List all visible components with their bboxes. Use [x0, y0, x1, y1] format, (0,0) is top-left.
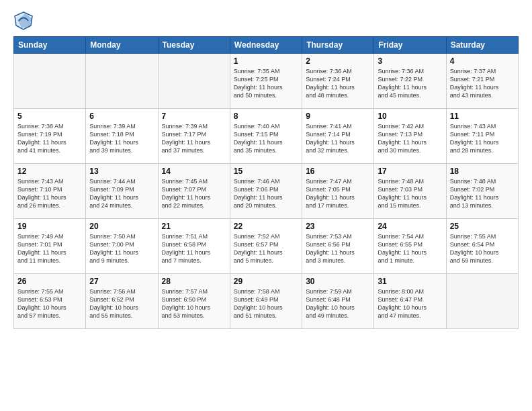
calendar-cell: [158, 54, 230, 109]
day-info: Sunrise: 7:49 AM Sunset: 7:01 PM Dayligh…: [17, 232, 82, 265]
day-info: Sunrise: 7:55 AM Sunset: 6:54 PM Dayligh…: [450, 232, 515, 265]
calendar-cell: 22Sunrise: 7:52 AM Sunset: 6:57 PM Dayli…: [230, 219, 302, 274]
day-info: Sunrise: 7:42 AM Sunset: 7:13 PM Dayligh…: [378, 122, 442, 155]
day-number: 11: [450, 111, 515, 121]
calendar-week-4: 19Sunrise: 7:49 AM Sunset: 7:01 PM Dayli…: [14, 219, 519, 274]
logo-icon: [13, 11, 34, 31]
calendar-cell: 18Sunrise: 7:48 AM Sunset: 7:02 PM Dayli…: [446, 164, 518, 219]
calendar-week-5: 26Sunrise: 7:55 AM Sunset: 6:53 PM Dayli…: [14, 274, 519, 329]
day-info: Sunrise: 7:41 AM Sunset: 7:14 PM Dayligh…: [306, 122, 370, 155]
day-info: Sunrise: 7:57 AM Sunset: 6:50 PM Dayligh…: [162, 287, 226, 320]
calendar-cell: 16Sunrise: 7:47 AM Sunset: 7:05 PM Dayli…: [302, 164, 374, 219]
day-number: 30: [306, 277, 370, 286]
calendar-cell: 10Sunrise: 7:42 AM Sunset: 7:13 PM Dayli…: [374, 109, 446, 164]
calendar-cell: [86, 54, 158, 109]
day-number: 5: [17, 111, 82, 121]
calendar-cell: 12Sunrise: 7:43 AM Sunset: 7:10 PM Dayli…: [14, 164, 86, 219]
day-number: 25: [450, 222, 515, 231]
calendar-cell: 11Sunrise: 7:43 AM Sunset: 7:11 PM Dayli…: [446, 109, 518, 164]
calendar-cell: 29Sunrise: 7:58 AM Sunset: 6:49 PM Dayli…: [230, 274, 302, 329]
day-info: Sunrise: 7:39 AM Sunset: 7:18 PM Dayligh…: [89, 122, 154, 155]
day-info: Sunrise: 7:43 AM Sunset: 7:11 PM Dayligh…: [450, 122, 515, 155]
logo: [13, 11, 36, 31]
day-info: Sunrise: 7:36 AM Sunset: 7:22 PM Dayligh…: [378, 67, 442, 100]
day-number: 15: [234, 167, 298, 176]
day-number: 29: [234, 277, 298, 286]
day-number: 1: [234, 56, 298, 66]
calendar-cell: 9Sunrise: 7:41 AM Sunset: 7:14 PM Daylig…: [302, 109, 374, 164]
day-info: Sunrise: 7:44 AM Sunset: 7:09 PM Dayligh…: [89, 177, 154, 210]
day-number: 9: [306, 111, 370, 121]
day-info: Sunrise: 7:51 AM Sunset: 6:58 PM Dayligh…: [162, 232, 226, 265]
day-info: Sunrise: 7:45 AM Sunset: 7:07 PM Dayligh…: [162, 177, 226, 210]
page: SundayMondayTuesdayWednesdayThursdayFrid…: [0, 0, 532, 411]
calendar-week-1: 1Sunrise: 7:35 AM Sunset: 7:25 PM Daylig…: [14, 54, 519, 109]
calendar-cell: 1Sunrise: 7:35 AM Sunset: 7:25 PM Daylig…: [230, 54, 302, 109]
calendar-cell: 20Sunrise: 7:50 AM Sunset: 7:00 PM Dayli…: [86, 219, 158, 274]
day-number: 12: [17, 167, 82, 176]
day-info: Sunrise: 7:53 AM Sunset: 6:56 PM Dayligh…: [306, 232, 370, 265]
day-number: 24: [378, 222, 442, 231]
day-number: 23: [306, 222, 370, 231]
day-info: Sunrise: 7:48 AM Sunset: 7:03 PM Dayligh…: [378, 177, 442, 210]
day-number: 4: [450, 56, 515, 66]
calendar-cell: [14, 54, 86, 109]
calendar-cell: 21Sunrise: 7:51 AM Sunset: 6:58 PM Dayli…: [158, 219, 230, 274]
day-info: Sunrise: 7:48 AM Sunset: 7:02 PM Dayligh…: [450, 177, 515, 210]
day-info: Sunrise: 7:39 AM Sunset: 7:17 PM Dayligh…: [162, 122, 226, 155]
calendar-header-saturday: Saturday: [446, 37, 518, 54]
day-number: 8: [234, 111, 298, 121]
calendar-cell: 27Sunrise: 7:56 AM Sunset: 6:52 PM Dayli…: [86, 274, 158, 329]
day-info: Sunrise: 7:55 AM Sunset: 6:53 PM Dayligh…: [17, 287, 82, 320]
day-number: 17: [378, 167, 442, 176]
calendar-cell: 19Sunrise: 7:49 AM Sunset: 7:01 PM Dayli…: [14, 219, 86, 274]
calendar-cell: 13Sunrise: 7:44 AM Sunset: 7:09 PM Dayli…: [86, 164, 158, 219]
day-number: 21: [162, 222, 226, 231]
calendar-cell: 5Sunrise: 7:38 AM Sunset: 7:19 PM Daylig…: [14, 109, 86, 164]
calendar-cell: 30Sunrise: 7:59 AM Sunset: 6:48 PM Dayli…: [302, 274, 374, 329]
day-number: 26: [17, 277, 82, 286]
day-number: 14: [162, 167, 226, 176]
day-info: Sunrise: 7:40 AM Sunset: 7:15 PM Dayligh…: [234, 122, 298, 155]
calendar-cell: [446, 274, 518, 329]
calendar-cell: 7Sunrise: 7:39 AM Sunset: 7:17 PM Daylig…: [158, 109, 230, 164]
calendar-cell: 25Sunrise: 7:55 AM Sunset: 6:54 PM Dayli…: [446, 219, 518, 274]
day-number: 2: [306, 56, 370, 66]
day-info: Sunrise: 7:58 AM Sunset: 6:49 PM Dayligh…: [234, 287, 298, 320]
day-number: 16: [306, 167, 370, 176]
calendar-header-monday: Monday: [86, 37, 158, 54]
day-number: 3: [378, 56, 442, 66]
calendar-cell: 24Sunrise: 7:54 AM Sunset: 6:55 PM Dayli…: [374, 219, 446, 274]
calendar-header-wednesday: Wednesday: [230, 37, 302, 54]
day-info: Sunrise: 7:56 AM Sunset: 6:52 PM Dayligh…: [89, 287, 154, 320]
day-number: 20: [89, 222, 154, 231]
day-info: Sunrise: 7:59 AM Sunset: 6:48 PM Dayligh…: [306, 287, 370, 320]
calendar-cell: 14Sunrise: 7:45 AM Sunset: 7:07 PM Dayli…: [158, 164, 230, 219]
calendar-header-tuesday: Tuesday: [158, 37, 230, 54]
day-number: 7: [162, 111, 226, 121]
day-info: Sunrise: 8:00 AM Sunset: 6:47 PM Dayligh…: [378, 287, 442, 320]
day-number: 18: [450, 167, 515, 176]
day-number: 27: [89, 277, 154, 286]
day-info: Sunrise: 7:37 AM Sunset: 7:21 PM Dayligh…: [450, 67, 515, 100]
day-info: Sunrise: 7:47 AM Sunset: 7:05 PM Dayligh…: [306, 177, 370, 210]
calendar-header-row: SundayMondayTuesdayWednesdayThursdayFrid…: [14, 37, 519, 54]
day-info: Sunrise: 7:43 AM Sunset: 7:10 PM Dayligh…: [17, 177, 82, 210]
calendar-cell: 2Sunrise: 7:36 AM Sunset: 7:24 PM Daylig…: [302, 54, 374, 109]
header: [13, 11, 519, 31]
day-number: 22: [234, 222, 298, 231]
calendar-cell: 28Sunrise: 7:57 AM Sunset: 6:50 PM Dayli…: [158, 274, 230, 329]
calendar-header-thursday: Thursday: [302, 37, 374, 54]
calendar-header-friday: Friday: [374, 37, 446, 54]
calendar-cell: 6Sunrise: 7:39 AM Sunset: 7:18 PM Daylig…: [86, 109, 158, 164]
day-number: 28: [162, 277, 226, 286]
day-info: Sunrise: 7:50 AM Sunset: 7:00 PM Dayligh…: [89, 232, 154, 265]
calendar-cell: 3Sunrise: 7:36 AM Sunset: 7:22 PM Daylig…: [374, 54, 446, 109]
calendar-cell: 8Sunrise: 7:40 AM Sunset: 7:15 PM Daylig…: [230, 109, 302, 164]
calendar-cell: 31Sunrise: 8:00 AM Sunset: 6:47 PM Dayli…: [374, 274, 446, 329]
calendar-cell: 17Sunrise: 7:48 AM Sunset: 7:03 PM Dayli…: [374, 164, 446, 219]
day-number: 31: [378, 277, 442, 286]
day-info: Sunrise: 7:46 AM Sunset: 7:06 PM Dayligh…: [234, 177, 298, 210]
calendar-week-3: 12Sunrise: 7:43 AM Sunset: 7:10 PM Dayli…: [14, 164, 519, 219]
calendar-cell: 26Sunrise: 7:55 AM Sunset: 6:53 PM Dayli…: [14, 274, 86, 329]
